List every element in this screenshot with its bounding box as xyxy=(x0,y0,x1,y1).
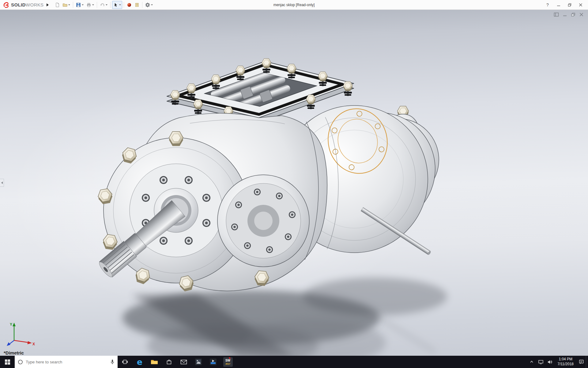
solidworks-brand: SOLIDWORKS xyxy=(2,2,45,8)
close-icon xyxy=(579,3,582,7)
toolbar-separator xyxy=(97,2,97,8)
dropdown-caret-icon xyxy=(82,4,84,6)
toolbar-separator xyxy=(110,2,111,8)
triad-x-label: X xyxy=(32,342,35,346)
hidden-icons-chevron[interactable] xyxy=(527,356,536,368)
taskbar-clock[interactable]: 1:04 PM 7/11/2018 xyxy=(555,356,577,368)
clock-date: 7/11/2018 xyxy=(558,362,574,367)
dropdown-caret-icon xyxy=(92,4,94,6)
windows-taskbar: e xyxy=(0,356,588,368)
minimize-icon xyxy=(563,12,567,17)
solidworks-window: SOLIDWORKS xyxy=(0,0,588,368)
appearance-sphere-icon xyxy=(127,2,132,7)
new-document-icon xyxy=(55,2,60,7)
gear-icon xyxy=(145,2,150,7)
taskbar-app-file-explorer[interactable] xyxy=(147,356,162,368)
select-cursor-icon xyxy=(113,2,118,7)
titlebar: SOLIDWORKS xyxy=(0,0,588,10)
brand-name-light: WORKS xyxy=(26,2,44,7)
solidworks-taskbar-icon: SW 2017 xyxy=(223,357,233,367)
microphone-icon[interactable] xyxy=(110,359,115,365)
appearances-button[interactable] xyxy=(126,1,133,9)
system-tray: 1:04 PM 7/11/2018 xyxy=(527,356,588,368)
document-title: menjac sklop [Read-only] xyxy=(273,0,315,10)
brand-name-bold: SOLID xyxy=(11,2,26,7)
tray-volume-button[interactable] xyxy=(545,356,555,368)
network-icon xyxy=(538,360,544,364)
quick-access-toolbar xyxy=(54,1,154,9)
help-button[interactable]: ? xyxy=(542,1,553,9)
taskbar-app-store[interactable] xyxy=(162,356,176,368)
start-button[interactable] xyxy=(0,356,15,368)
clock-time: 1:04 PM xyxy=(558,357,574,362)
graphics-area[interactable]: Y X *Dimetric xyxy=(0,10,588,356)
save-button[interactable] xyxy=(75,1,85,9)
orientation-triad: Y X xyxy=(6,320,37,346)
options-button[interactable] xyxy=(144,1,154,9)
solidworks-badge-text: SW xyxy=(225,359,230,362)
save-icon xyxy=(76,2,81,7)
taskbar-app-media-player[interactable] xyxy=(206,356,221,368)
taskbar-app-photos[interactable] xyxy=(191,356,206,368)
print-button[interactable] xyxy=(85,1,95,9)
document-close-button[interactable] xyxy=(579,12,584,18)
photos-icon xyxy=(195,358,202,366)
undo-button[interactable] xyxy=(99,1,109,9)
dropdown-caret-icon xyxy=(68,4,70,6)
media-player-icon xyxy=(209,358,217,366)
taskbar-app-solidworks[interactable]: SW 2017 xyxy=(221,356,235,368)
tray-network-button[interactable] xyxy=(536,356,545,368)
left-triangle-icon xyxy=(1,182,3,184)
dock-panel-icon xyxy=(554,12,559,17)
select-tool-button[interactable] xyxy=(112,1,122,9)
search-icon xyxy=(18,359,23,365)
dock-panel-button[interactable] xyxy=(554,12,559,18)
speaker-icon xyxy=(547,360,552,364)
taskbar-app-mail[interactable] xyxy=(176,356,191,368)
action-center-button[interactable] xyxy=(577,356,586,368)
task-view-button[interactable] xyxy=(118,356,132,368)
new-document-button[interactable] xyxy=(54,1,61,9)
document-window-controls xyxy=(554,12,584,18)
taskbar-app-edge[interactable]: e xyxy=(132,356,147,368)
show-desktop-strip[interactable] xyxy=(586,356,588,368)
edge-icon: e xyxy=(137,358,142,366)
chevron-up-icon xyxy=(530,360,534,364)
task-view-icon xyxy=(122,359,128,365)
toolbar-separator xyxy=(73,2,73,8)
action-center-icon xyxy=(579,359,584,364)
minimize-button[interactable] xyxy=(553,1,564,9)
view-orientation-label: *Dimetric xyxy=(4,350,24,355)
print-icon xyxy=(86,2,91,7)
store-bag-icon xyxy=(166,359,172,365)
minimize-icon xyxy=(557,3,560,7)
document-minimize-button[interactable] xyxy=(563,12,567,18)
solidworks-logo-icon xyxy=(3,2,10,8)
toolbar-separator xyxy=(142,2,142,8)
right-triangle-icon xyxy=(47,3,49,6)
model-shadow xyxy=(123,278,447,356)
gearbox-model-canvas[interactable] xyxy=(0,10,588,356)
solidworks-badge-year: 2017 xyxy=(225,363,230,365)
restore-icon xyxy=(568,3,571,7)
open-folder-icon xyxy=(62,2,67,7)
document-restore-button[interactable] xyxy=(571,12,575,18)
dropdown-caret-icon xyxy=(151,4,153,6)
taskbar-search[interactable] xyxy=(15,356,118,368)
design-binder-button[interactable] xyxy=(133,1,141,9)
undo-icon xyxy=(100,2,105,7)
close-icon xyxy=(579,12,584,17)
file-explorer-icon xyxy=(151,359,158,365)
triad-y-label: Y xyxy=(10,322,12,327)
windows-logo-icon xyxy=(5,359,10,365)
close-button[interactable] xyxy=(575,1,586,9)
secondary-flange[interactable] xyxy=(217,175,309,267)
dropdown-caret-icon xyxy=(106,4,107,6)
menu-expand-arrow[interactable] xyxy=(45,2,51,8)
panel-collapse-arrow[interactable] xyxy=(0,179,4,187)
maximize-button[interactable] xyxy=(564,1,575,9)
mail-envelope-icon xyxy=(180,359,187,365)
search-input[interactable] xyxy=(26,360,107,364)
toolbar-separator xyxy=(124,2,124,8)
open-button[interactable] xyxy=(61,1,71,9)
